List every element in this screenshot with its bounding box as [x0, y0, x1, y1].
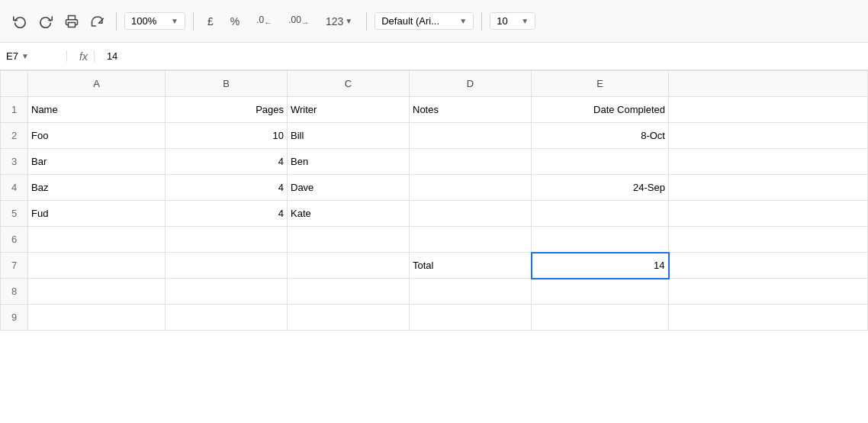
col-header-e[interactable]: E	[532, 71, 669, 97]
cell-A9[interactable]	[28, 305, 166, 331]
cell-D8[interactable]	[410, 279, 532, 305]
format-chevron: ▼	[345, 17, 352, 25]
cell-D2[interactable]	[410, 123, 532, 149]
format-number-button[interactable]: 123 ▼	[320, 12, 358, 31]
cell-B1[interactable]: Pages	[166, 97, 288, 123]
cell-A5[interactable]: Fud	[28, 201, 166, 227]
cell-E4[interactable]: 24-Sep	[532, 175, 669, 201]
cell-reference[interactable]: E7 ▼	[6, 50, 67, 62]
formula-bar: E7 ▼ fx 14	[0, 43, 868, 70]
table-row: 4Baz4Dave24-Sep	[1, 175, 868, 201]
cell-extra-3[interactable]	[669, 149, 868, 175]
cell-extra-7[interactable]	[669, 253, 868, 279]
cell-extra-8[interactable]	[669, 279, 868, 305]
zoom-chevron: ▼	[171, 17, 178, 25]
row-header-4[interactable]: 4	[1, 175, 28, 201]
cell-C2[interactable]: Bill	[288, 123, 410, 149]
cell-B8[interactable]	[166, 279, 288, 305]
cell-A8[interactable]	[28, 279, 166, 305]
decimal-decrease-button[interactable]: .0←	[250, 11, 278, 30]
spreadsheet: A B C D E 1NamePagesWriterNotesDate Comp…	[0, 70, 868, 423]
cell-ref-value: E7	[6, 50, 18, 62]
cell-B7[interactable]	[166, 253, 288, 279]
cell-A7[interactable]	[28, 253, 166, 279]
col-header-a[interactable]: A	[28, 71, 166, 97]
cell-E8[interactable]	[532, 279, 669, 305]
table-row: 3Bar4Ben	[1, 149, 868, 175]
corner-cell	[1, 71, 28, 97]
cell-E1[interactable]: Date Completed	[532, 97, 669, 123]
cell-extra-4[interactable]	[669, 175, 868, 201]
cell-E5[interactable]	[532, 201, 669, 227]
cell-C5[interactable]: Kate	[288, 201, 410, 227]
cell-D7[interactable]: Total	[410, 253, 532, 279]
cell-ref-chevron: ▼	[21, 52, 29, 60]
cell-A4[interactable]: Baz	[28, 175, 166, 201]
cell-E9[interactable]	[532, 305, 669, 331]
col-header-c[interactable]: C	[288, 71, 410, 97]
row-header-1[interactable]: 1	[1, 97, 28, 123]
table-row: 7Total14	[1, 253, 868, 279]
cell-B3[interactable]: 4	[166, 149, 288, 175]
cell-D4[interactable]	[410, 175, 532, 201]
cell-C9[interactable]	[288, 305, 410, 331]
font-size-selector[interactable]: 10 ▼	[490, 12, 535, 30]
font-family-chevron: ▼	[459, 17, 467, 25]
separator-1	[116, 12, 117, 31]
row-header-3[interactable]: 3	[1, 149, 28, 175]
print-button[interactable]	[61, 11, 82, 32]
cell-extra-9[interactable]	[669, 305, 868, 331]
col-header-d[interactable]: D	[410, 71, 532, 97]
format-number-label: 123	[326, 15, 343, 27]
cell-extra-1[interactable]	[669, 97, 868, 123]
cell-E7[interactable]: 14	[532, 253, 669, 279]
cell-E3[interactable]	[532, 149, 669, 175]
zoom-selector[interactable]: 100% ▼	[124, 12, 185, 30]
table-row: 8	[1, 279, 868, 305]
row-header-2[interactable]: 2	[1, 123, 28, 149]
row-header-7[interactable]: 7	[1, 253, 28, 279]
cell-D9[interactable]	[410, 305, 532, 331]
cell-A1[interactable]: Name	[28, 97, 166, 123]
cell-A6[interactable]	[28, 227, 166, 253]
row-header-5[interactable]: 5	[1, 201, 28, 227]
cell-D5[interactable]	[410, 201, 532, 227]
row-header-9[interactable]: 9	[1, 305, 28, 331]
cell-B2[interactable]: 10	[166, 123, 288, 149]
separator-3	[366, 12, 367, 31]
svg-rect-0	[69, 22, 76, 27]
cell-C4[interactable]: Dave	[288, 175, 410, 201]
cell-B5[interactable]: 4	[166, 201, 288, 227]
table-row: 1NamePagesWriterNotesDate Completed	[1, 97, 868, 123]
cell-D3[interactable]	[410, 149, 532, 175]
col-header-extra[interactable]	[669, 71, 868, 97]
cell-extra-5[interactable]	[669, 201, 868, 227]
formula-input[interactable]: 14	[101, 50, 862, 62]
font-family-selector[interactable]: Default (Ari... ▼	[375, 12, 474, 30]
cell-C1[interactable]: Writer	[288, 97, 410, 123]
cell-C7[interactable]	[288, 253, 410, 279]
paint-format-button[interactable]	[87, 11, 108, 32]
row-header-6[interactable]: 6	[1, 227, 28, 253]
col-header-b[interactable]: B	[166, 71, 288, 97]
cell-E2[interactable]: 8-Oct	[532, 123, 669, 149]
decimal-increase-button[interactable]: .00→	[282, 11, 315, 30]
redo-button[interactable]	[35, 11, 56, 32]
row-header-8[interactable]: 8	[1, 279, 28, 305]
cell-D1[interactable]: Notes	[410, 97, 532, 123]
cell-extra-2[interactable]	[669, 123, 868, 149]
cell-C3[interactable]: Ben	[288, 149, 410, 175]
cell-E6[interactable]	[532, 227, 669, 253]
currency-button[interactable]: £	[201, 12, 220, 31]
cell-A3[interactable]: Bar	[28, 149, 166, 175]
undo-button[interactable]	[9, 11, 31, 32]
cell-C6[interactable]	[288, 227, 410, 253]
percent-button[interactable]: %	[224, 12, 246, 31]
cell-B9[interactable]	[166, 305, 288, 331]
cell-B6[interactable]	[166, 227, 288, 253]
cell-A2[interactable]: Foo	[28, 123, 166, 149]
cell-D6[interactable]	[410, 227, 532, 253]
cell-extra-6[interactable]	[669, 227, 868, 253]
cell-C8[interactable]	[288, 279, 410, 305]
cell-B4[interactable]: 4	[166, 175, 288, 201]
